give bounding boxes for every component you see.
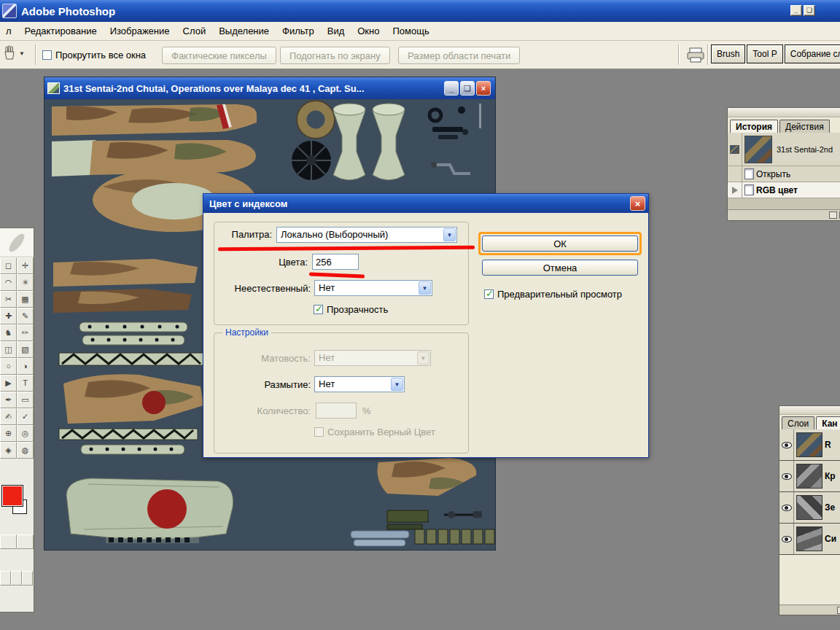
preview-checkbox[interactable] xyxy=(484,289,494,299)
options-group-label: Настройки xyxy=(222,327,271,338)
tool-button[interactable]: ◈ xyxy=(0,442,17,459)
tool-button[interactable]: ◠ xyxy=(0,274,17,291)
history-state-row-current[interactable]: RGB цвет xyxy=(728,182,840,198)
history-pointer-icon[interactable] xyxy=(732,187,738,194)
tool-button[interactable]: ✂ xyxy=(0,291,17,308)
palette-well-tab-brushes[interactable]: Brush xyxy=(711,44,745,63)
tool-button[interactable]: ✒ xyxy=(0,392,17,408)
tab-history[interactable]: История xyxy=(730,120,778,133)
forced-dropdown-value: Нет xyxy=(315,281,418,295)
tool-button[interactable]: ⊕ xyxy=(0,425,17,442)
visibility-toggle[interactable] xyxy=(779,429,794,460)
menu-item-layer[interactable]: Слой xyxy=(179,24,211,38)
tool-button[interactable]: ▧ xyxy=(17,341,34,358)
tool-button[interactable]: ▦ xyxy=(17,291,34,308)
transparency-checkbox[interactable] xyxy=(314,305,323,314)
menu-item-file-partial[interactable]: л xyxy=(1,24,16,38)
tool-button[interactable]: ◻ xyxy=(0,257,17,274)
palette-well-tab-tool-presets[interactable]: Tool P xyxy=(747,44,782,63)
dither-dropdown[interactable]: Нет xyxy=(314,376,405,392)
print-icon[interactable] xyxy=(686,47,705,63)
document-titlebar[interactable]: 31st Sentai-2nd Chutai, Operations over … xyxy=(44,77,495,99)
dialog-titlebar[interactable]: Цвет с индексом xyxy=(203,194,648,213)
maximize-button[interactable]: ❏ xyxy=(804,5,815,16)
tab-channels[interactable]: Кан xyxy=(816,416,840,429)
tool-button[interactable]: ✚ xyxy=(0,308,17,324)
ok-button[interactable]: ОК xyxy=(482,236,638,252)
screen-mode-button[interactable] xyxy=(11,571,22,586)
visibility-toggle[interactable] xyxy=(779,524,794,554)
chevron-down-icon[interactable] xyxy=(391,378,403,391)
doc-minimize-button[interactable]: _ xyxy=(444,81,459,96)
visibility-toggle[interactable] xyxy=(779,492,794,523)
palette-dropdown[interactable]: Локально (Выборочный) xyxy=(276,227,457,243)
cancel-button[interactable]: Отмена xyxy=(482,260,638,276)
tool-button[interactable]: T xyxy=(17,375,34,392)
channel-row[interactable]: Кр xyxy=(779,461,840,492)
snapshot-thumbnail xyxy=(744,136,772,163)
menu-item-view[interactable]: Вид xyxy=(323,24,349,38)
tool-button[interactable]: ✏ xyxy=(17,324,34,341)
tool-options-bar: ▼ Прокрутить все окна Фактические пиксел… xyxy=(0,41,840,69)
screen-mode-button[interactable] xyxy=(22,571,33,586)
history-list-filler xyxy=(728,198,840,210)
channel-label: R xyxy=(825,440,831,450)
menu-item-image[interactable]: Изображение xyxy=(106,24,174,38)
tool-button[interactable]: ✎ xyxy=(17,308,34,324)
document-title: 31st Sentai-2nd Chutai, Operations over … xyxy=(63,83,444,94)
new-channel-icon[interactable] xyxy=(837,607,840,614)
forced-dropdown[interactable]: Нет xyxy=(314,280,432,296)
history-state-row[interactable]: Открыть xyxy=(728,166,840,182)
history-state-label: Открыть xyxy=(754,169,790,179)
tab-layers[interactable]: Слои xyxy=(782,416,814,429)
minimize-button[interactable]: _ xyxy=(790,5,802,16)
standard-mode-button[interactable] xyxy=(0,534,17,549)
tool-button[interactable]: ✛ xyxy=(17,257,34,274)
tool-button[interactable]: ○ xyxy=(0,358,17,375)
history-brush-source-icon[interactable] xyxy=(730,145,739,154)
colors-input[interactable] xyxy=(312,254,359,270)
chevron-down-icon[interactable] xyxy=(443,228,456,241)
doc-maximize-button[interactable]: ❏ xyxy=(460,81,475,96)
tool-button[interactable]: ▶ xyxy=(0,375,17,392)
tool-button[interactable]: ▭ xyxy=(17,392,34,408)
tool-grid: ◻ ✛ ◠ ✳ ✂ ▦ ✚ ✎ ♞ ✏ ◫ ▧ ○ ◑ ▶ T ✒ ▭ ✍ ✓ … xyxy=(0,257,34,459)
tool-button[interactable]: ✳ xyxy=(17,274,34,291)
tool-preset-picker[interactable]: ▼ xyxy=(2,45,25,61)
history-palette-titlebar[interactable] xyxy=(728,108,840,117)
doc-close-button[interactable]: × xyxy=(476,81,491,96)
scroll-all-windows-label: Прокрутить все окна xyxy=(55,50,146,61)
tool-button[interactable]: ◍ xyxy=(17,442,34,459)
menu-item-select[interactable]: Выделение xyxy=(214,24,273,38)
new-snapshot-icon[interactable] xyxy=(829,211,837,219)
tool-button[interactable]: ✓ xyxy=(17,408,34,425)
channel-row[interactable]: R xyxy=(779,429,840,461)
tool-button[interactable]: ◑ xyxy=(17,358,34,375)
tool-button[interactable]: ✍ xyxy=(0,408,17,425)
tab-actions[interactable]: Действия xyxy=(779,120,830,133)
quick-mask-mode-button[interactable] xyxy=(17,534,34,549)
history-snapshot-row[interactable]: 31st Sentai-2nd xyxy=(728,133,840,166)
menu-item-help[interactable]: Помощь xyxy=(388,24,433,38)
fit-on-screen-button[interactable]: Подогнать по экрану xyxy=(280,47,390,64)
foreground-color-swatch[interactable] xyxy=(1,485,23,507)
scroll-all-windows-checkbox[interactable] xyxy=(42,50,52,60)
palette-well-tab-layer-comps[interactable]: Собрание сло xyxy=(785,44,840,63)
channel-row[interactable]: Си xyxy=(779,524,840,555)
forced-label: Неестественный: xyxy=(225,283,311,294)
channel-row[interactable]: Зе xyxy=(779,492,840,524)
chevron-down-icon[interactable] xyxy=(419,281,431,295)
channels-palette-titlebar[interactable] xyxy=(779,406,840,415)
menu-item-filter[interactable]: Фильтр xyxy=(278,24,319,38)
menu-item-window[interactable]: Окно xyxy=(353,24,384,38)
tool-button[interactable]: ◫ xyxy=(0,341,17,358)
visibility-toggle[interactable] xyxy=(779,461,794,491)
actual-pixels-button[interactable]: Фактические пикселы xyxy=(162,47,276,64)
chevron-down-icon xyxy=(417,351,429,365)
tool-button[interactable]: ◎ xyxy=(17,425,34,442)
screen-mode-button[interactable] xyxy=(0,571,11,586)
menu-item-edit[interactable]: Редактирование xyxy=(20,24,101,38)
dialog-close-button[interactable]: × xyxy=(630,196,645,211)
print-size-button[interactable]: Размер области печати xyxy=(398,47,520,64)
tool-button[interactable]: ♞ xyxy=(0,324,17,341)
